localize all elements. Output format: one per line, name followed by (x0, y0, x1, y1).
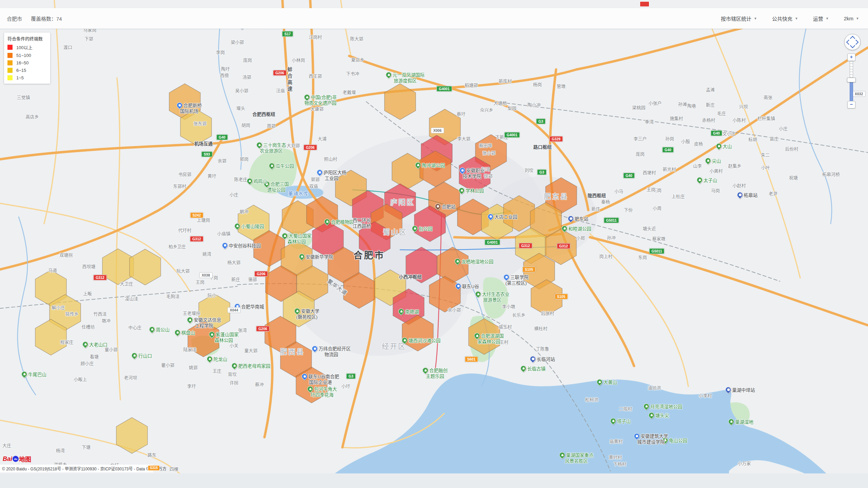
toolbar-menu-0[interactable]: 按市辖区统计▼ (721, 15, 757, 22)
logo-ditu: 地图 (19, 454, 31, 463)
highway-road (549, 47, 868, 230)
park-area (483, 277, 508, 319)
toolbar-menus: 按市辖区统计▼公共快充▼运营▼2km▼ (721, 15, 859, 22)
logo-paw-icon: du (13, 456, 19, 462)
river-line (799, 10, 832, 224)
legend-panel: 符合条件的终端数 100以上 51~100 16~50 6~15 1~5 (4, 33, 50, 84)
zoom-slider-fill (850, 80, 853, 102)
highway-road (0, 139, 222, 269)
toolbar-menu-2[interactable]: 运营▼ (813, 15, 829, 22)
map-canvas[interactable]: 马家岗下郢渡口三觉镇高店乡梁小郢李岗庞岗陶圩西傍汤郢吴小郢汪庙汪岗村陈大郢夏店乡… (0, 0, 868, 473)
legend-label: 100以上 (16, 44, 33, 50)
legend-label: 51~100 (16, 53, 31, 58)
legend-swatch (7, 60, 13, 65)
app-stage: 马家岗下郢渡口三觉镇高店乡梁小郢李岗庞岗陶圩西傍汤郢吴小郢汪庙汪岗村陈大郢夏店乡… (0, 0, 868, 488)
legend-label: 1~5 (16, 75, 24, 80)
copyright-text: © 2020 Baidu - GS(2019)5218号 - 甲测资字11009… (2, 466, 166, 471)
coverage-hex-level-4[interactable] (130, 249, 161, 285)
logo-bai: Bai (3, 455, 12, 463)
coverage-count: 覆盖格数：74 (31, 15, 62, 22)
legend-item: 1~5 (7, 75, 47, 80)
legend-swatch (7, 53, 13, 58)
menu-label: 2km (844, 16, 853, 21)
pan-left-icon[interactable] (846, 40, 852, 45)
baidu-maps-logo: Bai du 地图 (3, 454, 31, 463)
city-name: 合肥市 (7, 15, 22, 22)
legend-label: 6~15 (16, 68, 26, 73)
chevron-down-icon: ▼ (754, 17, 757, 20)
coverage-hex-level-4[interactable] (102, 249, 134, 285)
highway-road (590, 237, 868, 325)
zoom-slider-handle[interactable] (847, 78, 856, 82)
minor-road (712, 29, 800, 278)
minor-road (0, 203, 190, 291)
menu-label: 运营 (813, 15, 823, 22)
toolbar-menu-3[interactable]: 2km▼ (844, 15, 859, 22)
menu-label: 按市辖区统计 (721, 15, 751, 22)
minor-road (116, 78, 120, 400)
chevron-down-icon: ▼ (826, 17, 829, 20)
legend-item: 51~100 (7, 53, 47, 58)
legend-label: 16~50 (16, 60, 29, 65)
legend-swatch (7, 68, 13, 73)
legend-swatch (7, 75, 13, 80)
legend-title: 符合条件的终端数 (7, 35, 47, 42)
coverage-hex-level-4[interactable] (116, 418, 147, 453)
river-line (219, 10, 241, 169)
coverage-summary: 合肥市 覆盖格数：74 (7, 15, 62, 22)
partial-road-shield (640, 1, 649, 7)
highway-road (0, 10, 810, 159)
water-body (319, 373, 868, 473)
map-graphics (0, 0, 868, 473)
chevron-down-icon: ▼ (856, 17, 859, 20)
pan-up-icon[interactable] (850, 36, 855, 41)
legend-swatch (7, 45, 13, 50)
zoom-in-button[interactable]: + (847, 54, 855, 61)
s315-road-shield: S315 (148, 465, 160, 471)
pan-right-icon[interactable] (853, 40, 859, 45)
menu-label: 公共快充 (772, 15, 792, 22)
legend-item: 100以上 (7, 44, 47, 50)
legend-item: 6~15 (7, 68, 47, 73)
chevron-down-icon: ▼ (795, 17, 798, 20)
pan-down-icon[interactable] (850, 43, 855, 48)
zoom-out-button[interactable]: − (847, 101, 855, 108)
map-pan-control[interactable] (844, 34, 861, 50)
toolbar-menu-1[interactable]: 公共快充▼ (772, 15, 798, 22)
legend-item: 16~50 (7, 60, 47, 65)
top-toolbar: 合肥市 覆盖格数：74 按市辖区统计▼公共快充▼运营▼2km▼ (0, 8, 868, 29)
